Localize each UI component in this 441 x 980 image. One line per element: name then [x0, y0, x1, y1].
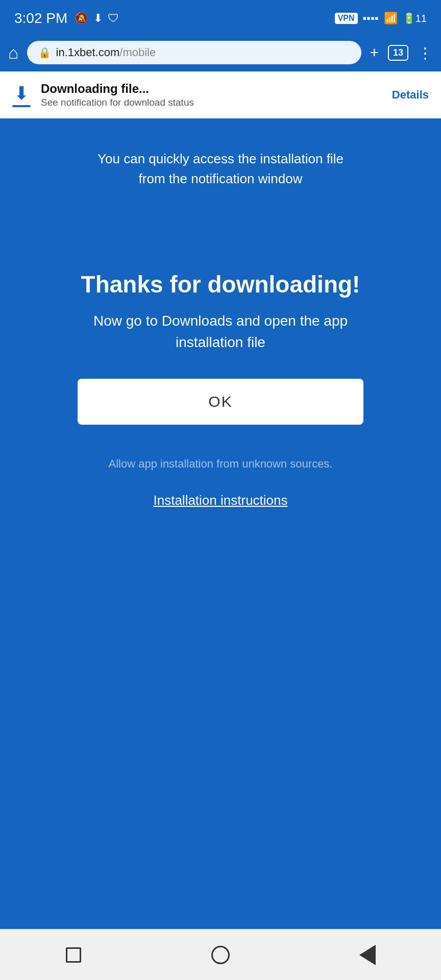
thanks-section: Thanks for downloading! Now go to Downlo… [20, 271, 421, 539]
url-bar[interactable]: 🔒 in.1xbet.com/mobile [27, 41, 362, 64]
browser-chrome: ⌂ 🔒 in.1xbet.com/mobile + 13 ⋮ [0, 37, 441, 71]
url-text: in.1xbet.com/mobile [56, 46, 156, 59]
tabs-button[interactable]: 13 [388, 45, 408, 61]
home-nav-icon [211, 946, 230, 964]
ok-button[interactable]: OK [78, 379, 363, 425]
back-button[interactable] [352, 940, 383, 970]
shield-icon: 🛡 [108, 12, 119, 25]
download-title: Downloading file... [41, 82, 382, 96]
download-text: Downloading file... See notification for… [41, 82, 382, 108]
bottom-nav [0, 929, 441, 980]
thanks-subtitle: Now go to Downloads and open the app ins… [88, 310, 353, 353]
add-tab-button[interactable]: + [370, 44, 379, 61]
download-subtitle: See notification for download status [41, 97, 382, 108]
alarm-off-icon: 🔕 [75, 12, 88, 25]
download-status-icon: ⬇ [93, 12, 103, 25]
stop-icon [66, 947, 81, 963]
status-time: 3:02 PM [14, 10, 67, 27]
download-banner: ⬇ Downloading file... See notification f… [0, 71, 441, 118]
more-menu-button[interactable]: ⋮ [418, 44, 433, 62]
tabs-count: 13 [388, 45, 408, 61]
wifi-icon: 📶 [384, 12, 398, 25]
home-button[interactable]: ⌂ [8, 43, 19, 63]
main-content: You can quickly access the installation … [0, 118, 441, 929]
signal-icon: ▪▪▪▪ [363, 12, 379, 25]
browser-actions: + 13 ⋮ [370, 44, 433, 62]
lock-icon: 🔒 [38, 46, 51, 59]
back-icon [359, 945, 376, 965]
thanks-title: Thanks for downloading! [81, 271, 360, 298]
access-hint: You can quickly access the installation … [88, 149, 353, 189]
home-nav-button[interactable] [205, 940, 236, 970]
unknown-sources-text: Allow app installation from unknown sour… [108, 455, 332, 472]
battery-icon: 🔋11 [403, 12, 427, 24]
status-bar: 3:02 PM 🔕 ⬇ 🛡 VPN ▪▪▪▪ 📶 🔋11 [0, 0, 441, 37]
details-button[interactable]: Details [392, 88, 429, 102]
vpn-badge: VPN [335, 13, 358, 24]
download-icon: ⬇ [12, 83, 31, 107]
installation-instructions-link[interactable]: Installation instructions [153, 493, 287, 508]
stop-button[interactable] [58, 940, 89, 970]
